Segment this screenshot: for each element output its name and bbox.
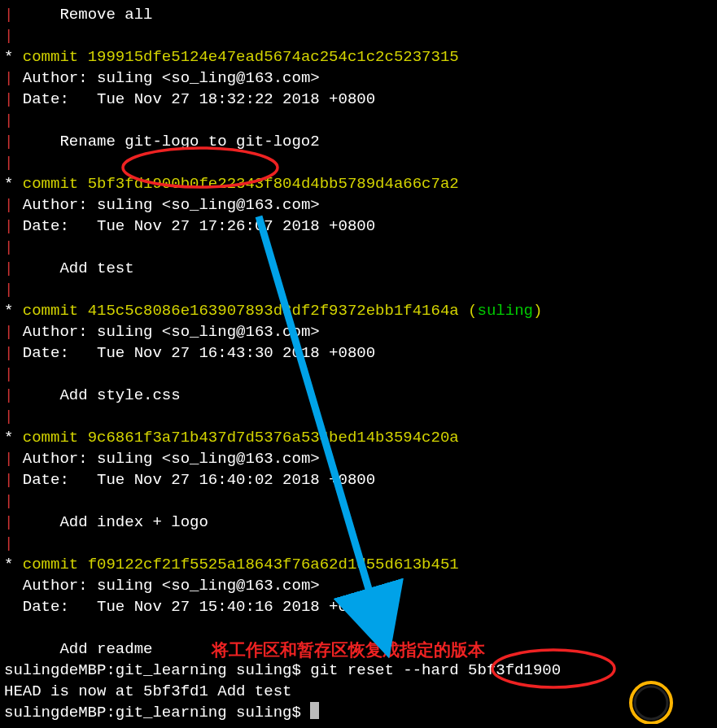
commit-header: * commit 415c5c8086e163907893d3df2f9372e… xyxy=(4,300,717,321)
prompt-line[interactable]: sulingdeMBP:git_learning suling$ xyxy=(4,702,717,723)
shell-prompt: sulingdeMBP:git_learning suling$ xyxy=(4,661,310,679)
terminal-output: | Remove all | * commit 199915dfe5124e47… xyxy=(4,4,717,723)
cursor-icon xyxy=(310,702,319,719)
ref-name: suling xyxy=(478,302,533,320)
commit-author: suling <so_ling@163.com> xyxy=(97,323,320,341)
commit-date: Tue Nov 27 16:40:02 2018 +0800 xyxy=(97,471,375,489)
output-line: HEAD is now at 5bf3fd1 Add test xyxy=(4,681,717,702)
typed-command[interactable]: git reset --hard 5bf3fd1900 xyxy=(310,661,561,679)
commit-header: * commit 9c6861f3a71b437d7d5376a534bed14… xyxy=(4,427,717,448)
commit-message: | Rename git-logo to git-logo2 xyxy=(4,131,717,152)
commit-hash: 9c6861f3a71b437d7d5376a534bed14b3594c20a xyxy=(88,429,459,447)
prompt-line: sulingdeMBP:git_learning suling$ git res… xyxy=(4,660,717,681)
commit-date: Tue Nov 27 18:32:22 2018 +0800 xyxy=(97,90,375,108)
commit-hash: 415c5c8086e163907893d3df2f9372ebb1f4164a xyxy=(88,302,459,320)
commit-date: Tue Nov 27 15:40:16 2018 +0800 xyxy=(97,598,375,616)
commit-author: suling <so_ling@163.com> xyxy=(97,577,320,595)
commit-header: * commit f09122cf21f5525a18643f76a62d1d5… xyxy=(4,554,717,575)
commit-message: | Add test xyxy=(4,258,717,279)
commit-message: | Add index + logo xyxy=(4,512,717,533)
commit-date: Tue Nov 27 17:26:07 2018 +0800 xyxy=(97,217,375,235)
commit-hash: 5bf3fd1900b0fe22343f804d4bb5789d4a66c7a2 xyxy=(88,175,459,193)
partial-line: | Remove all xyxy=(4,4,717,25)
annotation-label: 将工作区和暂存区恢复成指定的版本 xyxy=(212,639,485,660)
commit-date: Tue Nov 27 16:43:30 2018 +0800 xyxy=(97,344,375,362)
shell-prompt: sulingdeMBP:git_learning suling$ xyxy=(4,704,310,721)
commit-author: suling <so_ling@163.com> xyxy=(97,69,320,87)
commit-header: * commit 5bf3fd1900b0fe22343f804d4bb5789… xyxy=(4,173,717,194)
commit-header: * commit 199915dfe5124e47ead5674ac254c1c… xyxy=(4,46,717,68)
commit-hash: 199915dfe5124e47ead5674ac254c1c2c5237315 xyxy=(88,48,459,66)
commit-hash: f09122cf21f5525a18643f76a62d1d55d613b451 xyxy=(88,556,459,573)
commit-author: suling <so_ling@163.com> xyxy=(97,450,320,468)
commit-message: | Add style.css xyxy=(4,385,717,406)
commit-author: suling <so_ling@163.com> xyxy=(97,196,320,214)
